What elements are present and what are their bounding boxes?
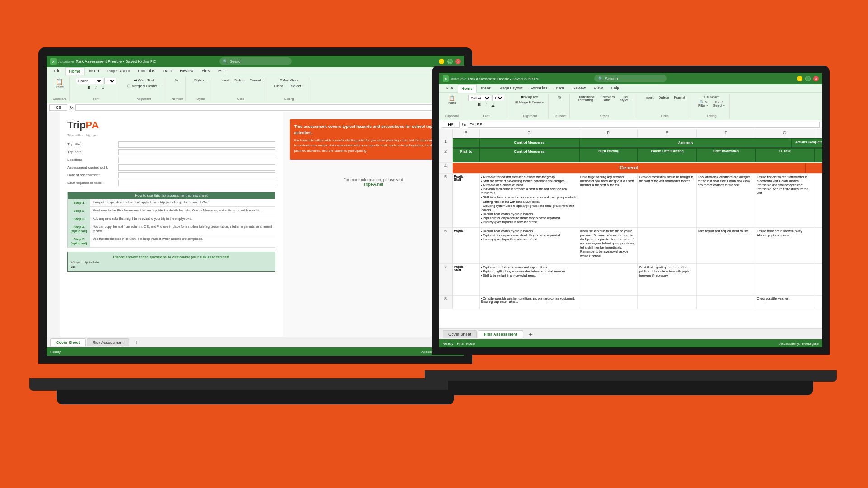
- fg-number-btn[interactable]: % ,: [557, 95, 566, 100]
- fg-row8-f: [697, 296, 755, 309]
- bg-autosum-btn[interactable]: Σ AutoSum: [278, 78, 300, 83]
- bg-add-sheet-btn[interactable]: +: [132, 338, 141, 347]
- fg-insert-btn[interactable]: Insert: [642, 95, 655, 100]
- bg-excel-icon: X: [50, 58, 57, 65]
- bg-tab-data[interactable]: Data: [160, 67, 175, 75]
- bg-form-input-3[interactable]: [118, 157, 275, 163]
- fg-search-bar[interactable]: 🔍 Search: [594, 75, 667, 82]
- bg-clear-label: Clear ~: [274, 84, 286, 88]
- fg-merge-btn[interactable]: ⊞ Merge & Center ~: [514, 100, 546, 105]
- fg-cells-group: Insert Delete Format Cells: [640, 94, 690, 118]
- bg-font-size-select[interactable]: 11: [104, 78, 116, 84]
- bg-answer-label: Yes: [71, 265, 75, 268]
- fg-row7-b: PupilsStaff: [453, 264, 480, 295]
- fg-tab-review[interactable]: Review: [569, 84, 590, 92]
- bg-tab-ra[interactable]: Risk Assessment: [87, 338, 130, 346]
- bg-step-3-text: Add any new risks that might be relevant…: [90, 215, 275, 223]
- fg-tab-pagelayout[interactable]: Page Layout: [496, 84, 526, 92]
- fg-merge-row: ⊞ Merge & Center ~: [514, 100, 546, 105]
- bg-wrap-btn[interactable]: ⇌ Wrap Text: [132, 78, 156, 83]
- fg-laptop-base-bottom: [448, 381, 813, 395]
- bg-tab-home[interactable]: Home: [65, 67, 85, 75]
- bg-percent-btn[interactable]: % ,: [173, 78, 182, 83]
- bg-tab-view[interactable]: View: [198, 67, 214, 75]
- bg-close-btn[interactable]: ✕: [455, 59, 461, 64]
- bg-alignment-label: Alignment: [137, 97, 151, 100]
- fg-row6-f: Take regular and frequent head counts.: [697, 228, 755, 263]
- bg-tab-review[interactable]: Review: [176, 67, 197, 75]
- fg-tab-data[interactable]: Data: [552, 84, 568, 92]
- bg-tab-pagelayout[interactable]: Page Layout: [104, 67, 134, 75]
- bg-italic-btn[interactable]: I: [94, 85, 98, 90]
- fg-minimize-btn[interactable]: –: [797, 76, 802, 81]
- fg-select-btn[interactable]: Sort &Select ~: [711, 100, 726, 108]
- fg-tab-formulas[interactable]: Formulas: [527, 84, 552, 92]
- bg-delete-btn[interactable]: Delete: [232, 78, 246, 83]
- fg-delete-btn[interactable]: Delete: [656, 95, 670, 100]
- fg-font-select[interactable]: Calibri: [468, 95, 491, 101]
- bg-logo-icon-wrap: TripPA: [67, 119, 99, 131]
- bg-form-input-1[interactable]: [118, 141, 275, 148]
- bg-form-input-2[interactable]: [118, 149, 275, 155]
- bg-tab-insert[interactable]: Insert: [85, 67, 103, 75]
- bg-styles-btn[interactable]: Styles ~: [192, 78, 209, 83]
- fg-wrap-btn[interactable]: ⇌ Wrap Text: [519, 95, 540, 99]
- fg-format-btn[interactable]: Format: [672, 95, 687, 100]
- bg-ribbon-tabs: File Home Insert Page Layout Formulas Da…: [47, 67, 464, 75]
- fg-tab-home[interactable]: Home: [458, 84, 477, 93]
- fg-paste-btn[interactable]: 📋 Paste: [446, 95, 458, 105]
- bg-minimize-btn[interactable]: –: [439, 59, 444, 64]
- fg-autosum-btn[interactable]: Σ AutoSum: [702, 95, 721, 99]
- bg-logo-pa: PA: [85, 119, 99, 131]
- bg-ready-status: Ready: [50, 350, 61, 354]
- bg-cell-ref[interactable]: [49, 104, 67, 111]
- bg-tab-formulas[interactable]: Formulas: [135, 67, 159, 75]
- fg-tab-insert[interactable]: Insert: [478, 84, 495, 92]
- bg-step-5-num: Step 5 (optional): [68, 235, 90, 247]
- fg-bold-btn[interactable]: B: [476, 102, 483, 107]
- fg-tab-cover[interactable]: Cover Sheet: [443, 330, 477, 338]
- fg-tab-view[interactable]: View: [590, 84, 606, 92]
- fg-row8-h: [814, 296, 822, 309]
- fg-cell-ref[interactable]: [442, 122, 460, 128]
- bg-paste-btn[interactable]: 📋 Paste: [54, 78, 66, 89]
- fg-cond-format-btn[interactable]: ConditionalFormatting ~: [576, 95, 598, 102]
- fg-format-table-btn[interactable]: Format asTable ~: [599, 95, 617, 102]
- fg-find-btn[interactable]: 🔍 &Filter ~: [697, 100, 710, 108]
- bg-form-input-4[interactable]: [118, 164, 275, 171]
- bg-font-select[interactable]: Calibri: [76, 78, 103, 84]
- fg-row1-c: Control Measures: [480, 138, 579, 148]
- fg-italic-btn[interactable]: I: [484, 102, 488, 107]
- bg-format-btn[interactable]: Format: [248, 78, 263, 83]
- bg-merge-btn[interactable]: ⊞ Merge & Center ~: [126, 84, 162, 89]
- fg-maximize-btn[interactable]: □: [805, 76, 811, 81]
- fg-underline-btn[interactable]: U: [490, 102, 496, 107]
- bg-bold-btn[interactable]: B: [86, 85, 93, 90]
- bg-underline-btn[interactable]: U: [100, 85, 106, 90]
- bg-tab-file[interactable]: File: [50, 67, 64, 75]
- bg-select-btn[interactable]: Select ~: [289, 84, 306, 89]
- bg-excel-window: X AutoSave Risk Assessment Freebie • Sav…: [47, 56, 464, 356]
- bg-tab-help[interactable]: Help: [215, 67, 231, 75]
- bg-formula-input[interactable]: [75, 104, 462, 111]
- fg-excel-icon: X: [443, 75, 449, 82]
- bg-form-label-3: Location:: [67, 157, 117, 163]
- bg-form-input-5[interactable]: [118, 172, 275, 178]
- bg-clear-btn[interactable]: Clear ~: [273, 84, 288, 89]
- fg-tab-ra[interactable]: Risk Assessment: [478, 330, 523, 338]
- bg-tab-cover[interactable]: Cover Sheet: [50, 338, 86, 346]
- fg-row1-h: Actions Complete?: [792, 138, 822, 148]
- bg-form-input-6[interactable]: [118, 180, 275, 186]
- fg-tab-file[interactable]: File: [443, 84, 457, 92]
- bg-insert-btn[interactable]: Insert: [218, 78, 231, 83]
- bg-maximize-btn[interactable]: □: [447, 59, 453, 64]
- fg-fontsize-select[interactable]: 11: [492, 95, 504, 101]
- fg-cell-styles-btn[interactable]: CellStyles ~: [618, 95, 633, 102]
- fg-add-sheet-btn[interactable]: +: [526, 330, 535, 339]
- fg-formula-input[interactable]: [468, 122, 820, 128]
- fg-tab-help[interactable]: Help: [607, 84, 623, 92]
- bg-search-bar[interactable]: 🔍 Search: [219, 57, 292, 65]
- fg-ready-status: Ready: [443, 342, 453, 346]
- fg-close-btn[interactable]: ✕: [813, 76, 819, 81]
- fg-row8-num: 8: [439, 296, 453, 309]
